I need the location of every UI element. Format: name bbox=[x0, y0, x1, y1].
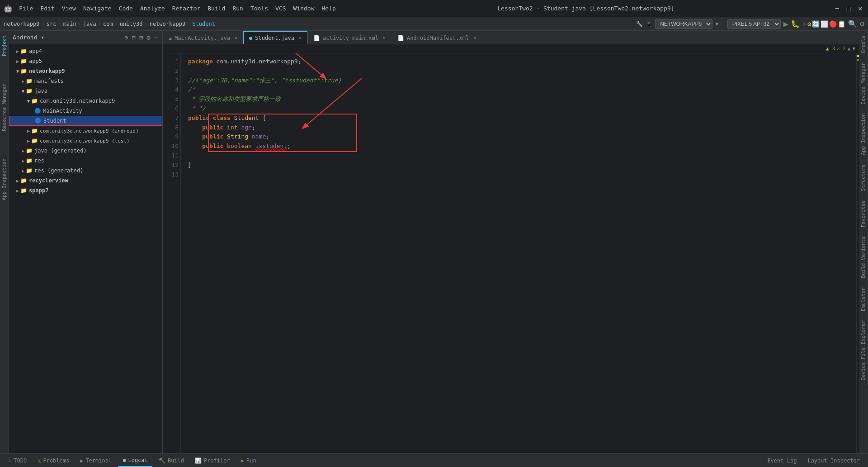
android-dropdown[interactable]: Android ▾ bbox=[13, 34, 44, 41]
left-vertical-tabs: Project Resource Manager App Inspection bbox=[0, 31, 9, 453]
menu-build[interactable]: Build bbox=[205, 4, 228, 13]
breadcrumb-networkapp9[interactable]: networkapp9 bbox=[4, 21, 39, 27]
close-button[interactable]: ✕ bbox=[856, 3, 864, 14]
breadcrumb-src[interactable]: src bbox=[47, 21, 57, 27]
menu-help[interactable]: Help bbox=[319, 4, 339, 13]
tab-close-student[interactable]: ✕ bbox=[299, 35, 302, 40]
tree-item-test[interactable]: ▶ 📁 com.unity3d.networkapp9 (test) bbox=[9, 136, 162, 146]
project-header: Android ▾ ⊕ ⊟ ⊞ ⚙ − bbox=[9, 31, 162, 44]
favorites-tab[interactable]: Favorites bbox=[859, 196, 868, 232]
menu-view[interactable]: View bbox=[59, 4, 79, 13]
breadcrumb-student[interactable]: Student bbox=[192, 21, 215, 27]
tab-close-android-manifest[interactable]: ✕ bbox=[473, 35, 476, 40]
tree-item-student[interactable]: 🔵 Student bbox=[9, 116, 162, 126]
app-inspection-tab-left[interactable]: App Inspection bbox=[0, 154, 9, 205]
tab-build[interactable]: 🔨 Build bbox=[154, 454, 189, 467]
menu-file[interactable]: File bbox=[16, 4, 36, 13]
bottom-tabs-bar: ≡ TODO ⚠ Problems ▶ Terminal ≡ Logcat 🔨 … bbox=[0, 454, 868, 467]
menu-edit[interactable]: Edit bbox=[38, 4, 57, 13]
code-text[interactable]: package com.unity3d.networkapp9; //{"age… bbox=[181, 53, 856, 453]
toolbar-icon-2[interactable]: ⚙ bbox=[807, 20, 811, 28]
emulator-tab[interactable]: Emulator bbox=[859, 283, 868, 316]
settings-icon[interactable]: ⚙ bbox=[860, 19, 864, 28]
tab-todo[interactable]: ≡ TODO bbox=[4, 454, 31, 467]
menu-tools[interactable]: Tools bbox=[248, 4, 271, 13]
tab-profiler[interactable]: 📊 Profiler bbox=[190, 454, 235, 467]
toolbar-icon-6[interactable]: 📋 bbox=[838, 20, 845, 28]
device-selector[interactable]: NETWORKAPP9 bbox=[655, 19, 712, 29]
tab-close-activity-main[interactable]: ✕ bbox=[383, 35, 386, 40]
scope-icon[interactable]: ⊕ bbox=[123, 33, 129, 42]
breadcrumb-main[interactable]: main bbox=[63, 21, 76, 27]
collapse-icon-up[interactable]: ▲ bbox=[848, 46, 851, 52]
tab-layout-inspector[interactable]: Layout Inspector bbox=[803, 454, 864, 467]
structure-tab[interactable]: Structure bbox=[859, 160, 868, 196]
tab-close-mainactivity[interactable]: ✕ bbox=[235, 35, 237, 40]
pixel-selector[interactable]: PIXEL 5 API 32 bbox=[727, 19, 781, 29]
menu-refactor[interactable]: Refactor bbox=[170, 4, 203, 13]
tree-item-networkapp9[interactable]: ▼ 📁 networkapp9 bbox=[9, 66, 162, 76]
maximize-button[interactable]: □ bbox=[845, 3, 853, 14]
minimize-button[interactable]: − bbox=[833, 3, 841, 14]
collapse-icon-down[interactable]: ▼ bbox=[852, 46, 855, 52]
menu-code[interactable]: Code bbox=[116, 4, 136, 13]
close-panel-icon[interactable]: − bbox=[153, 33, 159, 42]
build-variants-tab[interactable]: Build Variants bbox=[859, 232, 868, 283]
tab-run[interactable]: ▶ Run bbox=[236, 454, 261, 467]
resource-manager-tab[interactable]: Resource Manager bbox=[0, 79, 9, 136]
menu-window[interactable]: Window bbox=[291, 4, 317, 13]
toolbar-icon-4[interactable]: ⬜ bbox=[821, 20, 828, 28]
app-inspection-tab[interactable]: App Inspection bbox=[859, 109, 868, 160]
collapse-icon[interactable]: ⊟ bbox=[131, 33, 136, 42]
tab-activity-main[interactable]: 📄 activity_main.xml ✕ bbox=[307, 31, 392, 44]
search-icon[interactable]: 🔍 bbox=[848, 19, 857, 28]
tree-item-android[interactable]: ▶ 📁 com.unity3d.networkapp9 (android) bbox=[9, 126, 162, 136]
tree-item-res-generated[interactable]: ▶ 📁 res (generated) bbox=[9, 166, 162, 176]
tab-terminal[interactable]: ▶ Terminal bbox=[75, 454, 116, 467]
menu-analyze[interactable]: Analyze bbox=[137, 4, 168, 13]
tree-item-spapp7[interactable]: ▶ 📁 spapp7 bbox=[9, 186, 162, 195]
code-line-10: public boolean isstudent; bbox=[188, 142, 849, 151]
breadcrumb-java[interactable]: java bbox=[83, 21, 96, 27]
tree-item-app5[interactable]: ▶ 📁 app5 bbox=[9, 56, 162, 66]
code-line-4: /* bbox=[188, 85, 849, 95]
nav-right: 🔧 📱 NETWORKAPP9 ▼ | PIXEL 5 API 32 ▶ 🐛 ⚡… bbox=[636, 19, 864, 29]
breadcrumb-unity3d[interactable]: unity3d bbox=[120, 21, 143, 27]
tree-item-com-unity3d[interactable]: ▼ 📁 com.unity3d.networkapp9 bbox=[9, 96, 162, 106]
tab-android-manifest[interactable]: 📄 AndroidManifest.xml ✕ bbox=[392, 31, 482, 44]
tree-item-mainactivity[interactable]: 🔵 MainActivity bbox=[9, 106, 162, 116]
toolbar-icon-5[interactable]: 🔴 bbox=[829, 20, 837, 28]
tab-mainactivity[interactable]: ☕ MainActivity.java ✕ bbox=[163, 31, 243, 44]
tools-icon[interactable]: 🔧 bbox=[636, 21, 643, 27]
device-manager-tab[interactable]: Device Manager bbox=[859, 58, 868, 109]
debug-icon[interactable]: 🐛 bbox=[791, 19, 800, 28]
settings-icon2[interactable]: ⚙ bbox=[146, 33, 151, 42]
tab-student[interactable]: ● Student.java ✕ bbox=[243, 31, 307, 44]
tree-item-res[interactable]: ▶ 📁 res bbox=[9, 156, 162, 166]
device-file-explorer-tab[interactable]: Device File Explorer bbox=[859, 316, 868, 385]
tree-item-java[interactable]: ▼ 📁 java bbox=[9, 86, 162, 96]
tab-event-log[interactable]: Event Log bbox=[763, 454, 801, 467]
menu-vcs[interactable]: VCS bbox=[273, 4, 288, 13]
tree-item-java-generated[interactable]: ▶ 📁 java (generated) bbox=[9, 146, 162, 156]
tab-logcat-label: Logcat bbox=[128, 457, 147, 463]
breadcrumb-com[interactable]: com bbox=[103, 21, 113, 27]
tree-item-manifests[interactable]: ▶ 📁 manifests bbox=[9, 76, 162, 86]
tree-item-recyclerview[interactable]: ▶ 📁 recyclerview bbox=[9, 176, 162, 186]
project-tab[interactable]: Project bbox=[0, 31, 9, 61]
tab-icon-activity-main: 📄 bbox=[313, 35, 320, 41]
run-icon[interactable]: ▶ bbox=[783, 19, 788, 29]
device-icon[interactable]: 📱 bbox=[646, 21, 652, 27]
tree-label-mainactivity: MainActivity bbox=[43, 108, 82, 114]
breadcrumb-networkapp9-pkg[interactable]: networkapp9 bbox=[150, 21, 185, 27]
tree-item-app4[interactable]: ▶ 📁 app4 bbox=[9, 46, 162, 56]
toolbar-icon-3[interactable]: 🔄 bbox=[812, 20, 820, 28]
sort-icon[interactable]: ⊞ bbox=[138, 33, 144, 42]
toolbar-icon-1[interactable]: ⚡ bbox=[802, 20, 806, 28]
menu-navigate[interactable]: Navigate bbox=[80, 4, 114, 13]
gradle-tab[interactable]: Gradle bbox=[859, 31, 868, 58]
tab-problems[interactable]: ⚠ Problems bbox=[33, 454, 74, 467]
tree-label-java-generated: java (generated) bbox=[34, 148, 87, 154]
menu-run[interactable]: Run bbox=[230, 4, 245, 13]
tab-logcat[interactable]: ≡ Logcat bbox=[118, 454, 152, 467]
